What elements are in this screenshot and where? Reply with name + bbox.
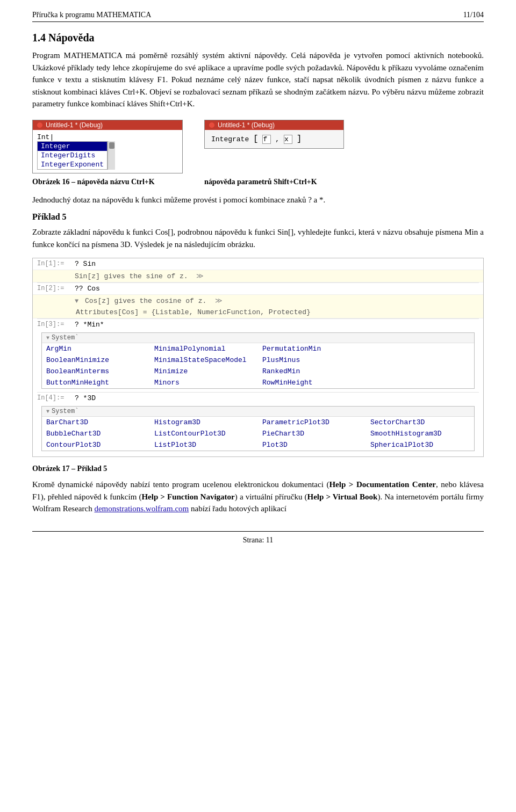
3d-item-6[interactable]: PieChart3D — [258, 428, 366, 439]
nb-code-in1: ? Sin — [75, 260, 479, 268]
nb-row-out1: Sin[z] gives the sine of z. ≫ — [33, 270, 483, 282]
wolfram-link[interactable]: demonstrations.wolfram.com — [94, 504, 189, 513]
nb-label-in2: In[2]:= — [37, 285, 75, 292]
notebook-screenshot: In[1]:= ? Sin Sin[z] gives the sine of z… — [32, 258, 484, 457]
autocomplete-list: Integer IntegerDigits IntegerExponent — [37, 141, 108, 170]
autocomplete-scrollbar[interactable] — [108, 141, 115, 170]
min-item-3[interactable]: BooleanMinimize — [42, 354, 150, 366]
header-title: Příručka k programu MATHEMATICA — [32, 11, 151, 19]
page-footer: Strana: 11 — [32, 531, 484, 545]
min-item-11[interactable]: RowMinHeight — [258, 377, 366, 388]
3d-item-0[interactable]: BarChart3D — [42, 417, 150, 428]
autocomplete-item-0[interactable]: Integer — [38, 142, 107, 151]
min-item-7[interactable]: Minimize — [150, 366, 258, 377]
integrate-placeholder-f: f — [262, 135, 271, 144]
figure16-caption-left: Obrázek 16 – nápověda názvu Ctrl+K — [32, 178, 183, 186]
nb-triangle-icon: ▼ — [75, 298, 78, 305]
final-paragraph: Kromě dynamické nápovědy nabízí tento pr… — [32, 479, 484, 515]
figure16-row: Untitled-1 * (Debug) Int| Integer Intege… — [32, 120, 484, 173]
min-popup-header: ▼ System` — [42, 333, 474, 343]
min-item-8[interactable]: RankedMin — [258, 366, 366, 377]
nb-code-in4: ? *3D — [75, 394, 479, 402]
nb-row-in3: In[3]:= ? *Min* — [33, 319, 483, 330]
figure16-caption-right: nápověda parametrů Shift+Ctrl+K — [204, 178, 355, 186]
autocomplete-box: Integer IntegerDigits IntegerExponent — [37, 141, 178, 170]
intro-paragraph: Program MATHEMATICA má poměrně rozsáhlý … — [32, 49, 484, 110]
nb-label-in3: In[3]:= — [37, 321, 75, 328]
titlebar-dot-right — [209, 122, 214, 128]
min-item-4[interactable]: MinimalStateSpaceModel — [150, 354, 258, 366]
3d-popup-grid: BarChart3D Histogram3D ParametricPlot3D … — [42, 417, 474, 451]
min-item-6[interactable]: BooleanMinterms — [42, 366, 150, 377]
3d-item-11[interactable]: SphericalPlot3D — [366, 439, 474, 451]
page-header: Příručka k programu MATHEMATICA 11/104 — [32, 11, 484, 22]
min-item-9[interactable]: ButtonMinHeight — [42, 377, 150, 388]
nb-label-in4: In[4]:= — [37, 394, 75, 402]
nb-row-in1: In[1]:= ? Sin — [33, 258, 483, 270]
figure16-left-title: Untitled-1 * (Debug) — [46, 121, 103, 129]
nb-label-in1: In[1]:= — [37, 260, 75, 267]
nb-code-in3: ? *Min* — [75, 321, 479, 329]
min-item-1[interactable]: MinimalPolynomial — [150, 343, 258, 354]
nb-row-in2: In[2]:= ?? Cos — [33, 283, 483, 294]
3d-item-4[interactable]: BubbleChart3D — [42, 428, 150, 439]
3d-item-5[interactable]: ListContourPlot3D — [150, 428, 258, 439]
example5-heading: Příklad 5 — [32, 212, 484, 222]
popup-triangle-icon: ▼ — [46, 335, 49, 341]
3d-item-2[interactable]: ParametricPlot3D — [258, 417, 366, 428]
nb-row-out2a: ▼ Cos[z] gives the cosine of z. ≫ — [33, 294, 483, 307]
header-page: 11/104 — [463, 11, 484, 19]
figure16-right: Untitled-1 * (Debug) Integrate [ f , x ] — [204, 120, 344, 149]
min-popup-system: System` — [52, 334, 78, 342]
3d-popup-header: ▼ System` — [42, 407, 474, 417]
nb-out1-content: Sin[z] gives the sine of z. ≫ — [75, 272, 479, 280]
popup-triangle-icon-2: ▼ — [46, 409, 49, 415]
3d-item-10[interactable]: Plot3D — [258, 439, 366, 451]
figure16-left: Untitled-1 * (Debug) Int| Integer Intege… — [32, 120, 183, 173]
nb-row-out2b: Attributes[Cos] = {Listable, NumericFunc… — [33, 307, 483, 318]
autocomplete-item-2[interactable]: IntegerExponent — [38, 160, 107, 169]
min-item-2[interactable]: PermutationMin — [258, 343, 366, 354]
titlebar-dot — [37, 122, 42, 128]
3d-item-7[interactable]: SmoothHistogram3D — [366, 428, 474, 439]
figure16-right-content: Integrate [ f , x ] — [205, 130, 343, 148]
min-popup: ▼ System` ArgMin MinimalPolynomial Permu… — [41, 332, 475, 389]
figure16-caption-row: Obrázek 16 – nápověda názvu Ctrl+K nápov… — [32, 178, 484, 186]
3d-item-3[interactable]: SectorChart3D — [366, 417, 474, 428]
figure16-right-titlebar: Untitled-1 * (Debug) — [205, 120, 343, 130]
nb-out2a-content: ▼ Cos[z] gives the cosine of z. ≫ — [75, 296, 479, 305]
3d-item-8[interactable]: ContourPlot3D — [42, 439, 150, 451]
nb-row-in4: In[4]:= ? *3D — [33, 393, 483, 404]
min-item-5[interactable]: PlusMinus — [258, 354, 366, 366]
figure16-left-titlebar: Untitled-1 * (Debug) — [33, 120, 182, 130]
integrate-placeholder-x: x — [284, 135, 292, 144]
section-heading: 1.4 Nápověda — [32, 32, 484, 44]
nb-code-in2: ?? Cos — [75, 285, 479, 293]
nb-out2b-content: Attributes[Cos] = {Listable, NumericFunc… — [76, 308, 479, 316]
figure16-right-title: Untitled-1 * (Debug) — [218, 121, 275, 129]
3d-popup: ▼ System` BarChart3D Histogram3D Paramet… — [41, 406, 475, 451]
footer-text: Strana: 11 — [243, 536, 274, 544]
example5-description: Zobrazte základní nápovědu k funkci Cos[… — [32, 226, 484, 250]
3d-item-1[interactable]: Histogram3D — [150, 417, 258, 428]
min-item-10[interactable]: Minors — [150, 377, 258, 388]
autocomplete-item-1[interactable]: IntegerDigits — [38, 151, 107, 160]
min-item-0[interactable]: ArgMin — [42, 343, 150, 354]
3d-popup-system: System` — [52, 408, 78, 415]
min-popup-grid: ArgMin MinimalPolynomial PermutationMin … — [42, 343, 474, 388]
figure16-input: Int| — [37, 133, 178, 141]
figure17-caption: Obrázek 17 – Příklad 5 — [32, 465, 484, 473]
figure16-left-content: Int| Integer IntegerDigits IntegerExpone… — [33, 130, 182, 173]
3d-item-9[interactable]: ListPlot3D — [150, 439, 258, 451]
simple-query-text: Jednoduchý dotaz na nápovědu k funkci mů… — [32, 194, 484, 206]
scrollbar-thumb — [109, 142, 114, 149]
